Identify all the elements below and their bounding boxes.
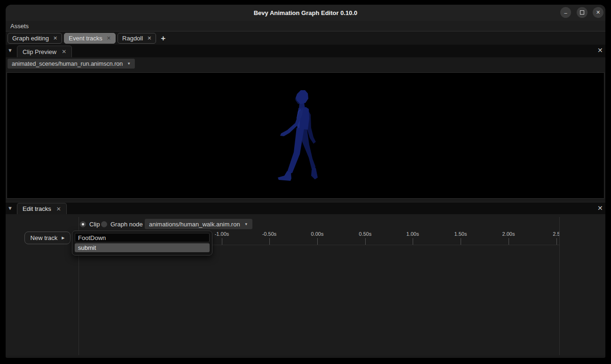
tick-label: 0.00s [311,231,324,237]
tab-label: Graph editing [12,35,49,42]
tick-mark [317,238,318,245]
close-icon[interactable]: ✕ [107,35,111,41]
workspace-tab-graph-editing[interactable]: Graph editing ✕ [8,33,62,44]
edit-tracks-panel-close-icon[interactable]: ✕ [597,204,603,212]
window-title: Bevy Animation Graph Editor 0.10.0 [254,9,358,16]
tick-mark [413,238,413,245]
chevron-down-icon: ▼ [244,222,248,226]
submit-button[interactable]: submit [75,243,210,252]
edit-tracks-tab[interactable]: Edit tracks ✕ [17,203,67,214]
tab-label: Clip Preview [23,48,56,55]
tick-mark [222,238,222,245]
preview-figure [275,88,322,182]
maximize-button[interactable] [577,7,588,18]
tick-label: 2.00s [502,231,515,237]
scene-select-dropdown[interactable]: animated_scenes/human_run.animscn.ron ▼ [8,59,135,69]
new-track-label: New track [31,234,58,241]
mode-radio-graph-node[interactable]: Graph node [101,219,143,229]
tick-label: -1.00s [215,231,229,237]
tick-mark [365,238,366,245]
minimize-button[interactable]: – [560,7,571,18]
radio-unselected-icon[interactable] [101,221,107,227]
maximize-icon [580,10,584,15]
track-name-input[interactable] [75,233,210,242]
tick-mark [461,238,461,245]
new-track-popup: submit [72,231,212,256]
tab-label: Ragdoll [122,35,143,42]
close-icon[interactable]: ✕ [56,206,61,212]
close-icon: ✕ [596,9,600,15]
workspace-tab-event-tracks[interactable]: Event tracks ✕ [64,33,116,44]
minimize-icon: – [564,10,567,15]
menu-bar: Assets [6,21,605,31]
workspace-tab-strip: Graph editing ✕ Event tracks ✕ Ragdoll ✕… [6,32,605,45]
edit-tracks-header [6,202,605,214]
close-icon[interactable]: ✕ [62,48,66,55]
tick-mark [556,238,557,245]
mode-radio-clip[interactable]: Clip [80,219,100,229]
close-button[interactable]: ✕ [593,7,603,18]
dropdown-value: animated_scenes/human_run.animscn.ron [12,61,123,67]
tick-label: 2.5 [553,231,559,237]
title-bar[interactable]: Bevy Animation Graph Editor 0.10.0 [6,5,605,21]
clip-preview-tab[interactable]: Clip Preview ✕ [17,46,72,57]
clip-preview-panel-close-icon[interactable]: ✕ [597,46,603,54]
add-tab-button[interactable]: + [158,34,168,43]
arrow-right-icon: ▶ [62,236,64,240]
close-icon[interactable]: ✕ [53,35,57,41]
tick-label: 1.50s [454,231,467,237]
collapse-clip-preview-icon[interactable]: ▼ [8,47,13,53]
close-icon[interactable]: ✕ [147,35,151,41]
tab-label: Edit tracks [23,205,51,212]
tick-label: -0.50s [262,231,277,237]
workspace-tab-ragdoll[interactable]: Ragdoll ✕ [118,33,156,44]
dropdown-value: animations/human_walk.anim.ron [149,221,240,228]
tick-mark [269,238,270,245]
radio-label: Graph node [110,221,143,228]
radio-label: Clip [89,221,100,228]
tab-label: Event tracks [69,35,102,42]
menu-item-assets[interactable]: Assets [6,23,33,30]
tick-label: 1.00s [407,231,419,237]
chevron-down-icon: ▼ [127,62,131,66]
collapse-edit-tracks-icon[interactable]: ▼ [8,205,13,211]
timeline-right-border [559,217,560,355]
animation-select-dropdown[interactable]: animations/human_walk.anim.ron ▼ [145,219,252,229]
new-track-button[interactable]: New track ▶ [24,232,70,244]
tick-label: 0.50s [359,231,372,237]
clip-preview-header [6,45,605,57]
tick-mark [509,238,509,245]
radio-selected-icon[interactable] [80,221,86,227]
